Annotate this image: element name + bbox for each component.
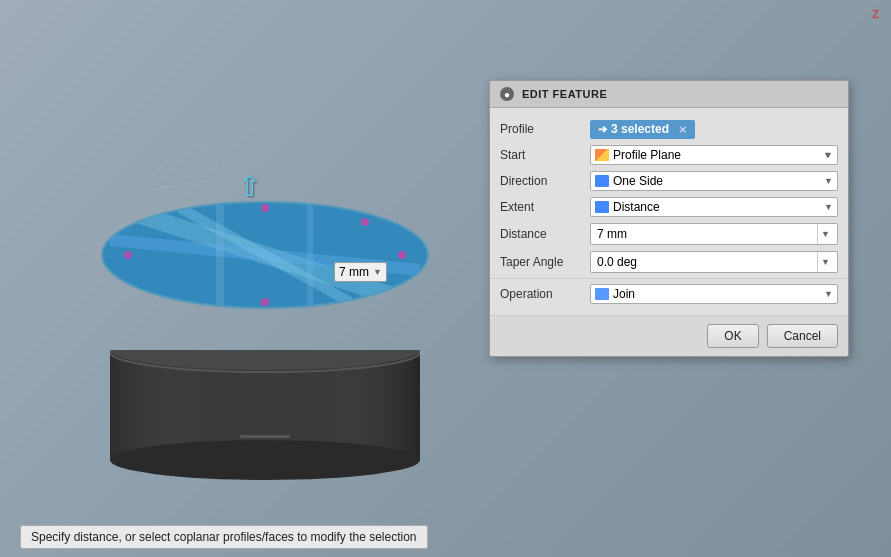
status-bar: Specify distance, or select coplanar pro… bbox=[20, 525, 428, 549]
profile-row: Profile ➔ 3 selected × bbox=[490, 116, 848, 142]
sketch-overlay bbox=[140, 120, 240, 203]
axis-indicator: Z bbox=[872, 8, 879, 20]
ok-button[interactable]: OK bbox=[707, 324, 758, 348]
start-select[interactable]: Profile Plane ▼ bbox=[590, 145, 838, 165]
direction-icon bbox=[595, 175, 609, 187]
badge-close-button[interactable]: × bbox=[679, 122, 687, 137]
operation-control: Join ▼ bbox=[590, 284, 838, 304]
operation-label: Operation bbox=[500, 287, 590, 301]
direction-select[interactable]: One Side ▼ bbox=[590, 171, 838, 191]
direction-dropdown-arrow: ▼ bbox=[824, 176, 833, 186]
distance-input-wrapper: ▼ bbox=[590, 223, 838, 245]
dimension-popup[interactable]: 7 mm ▼ bbox=[334, 262, 387, 282]
taper-angle-label: Taper Angle bbox=[500, 255, 590, 269]
extent-dropdown-arrow: ▼ bbox=[824, 202, 833, 212]
start-select-wrapper: Profile Plane ▼ bbox=[590, 145, 838, 165]
direction-arrow: ⇧ bbox=[238, 170, 261, 203]
status-text: Specify distance, or select coplanar pro… bbox=[31, 530, 417, 544]
taper-angle-input-field[interactable] bbox=[591, 252, 817, 272]
3d-object: ⇧ bbox=[80, 140, 460, 480]
distance-row: Distance ▼ bbox=[490, 220, 848, 248]
panel-footer: OK Cancel bbox=[490, 315, 848, 356]
extent-label: Extent bbox=[500, 200, 590, 214]
svg-point-15 bbox=[110, 440, 420, 480]
panel-header: ● EDIT FEATURE bbox=[490, 81, 848, 108]
extent-select[interactable]: Distance ▼ bbox=[590, 197, 838, 217]
direction-label: Direction bbox=[500, 174, 590, 188]
direction-control: One Side ▼ bbox=[590, 171, 838, 191]
plane-icon bbox=[595, 149, 609, 161]
svg-point-10 bbox=[261, 204, 269, 212]
direction-value: One Side bbox=[613, 174, 663, 188]
dimension-dropdown-arrow[interactable]: ▼ bbox=[373, 267, 382, 277]
cylinder-top-face bbox=[100, 200, 430, 310]
selected-count: 3 selected bbox=[611, 122, 669, 136]
distance-label: Distance bbox=[500, 227, 590, 241]
operation-value: Join bbox=[613, 287, 635, 301]
panel-header-icon: ● bbox=[500, 87, 514, 101]
operation-select[interactable]: Join ▼ bbox=[590, 284, 838, 304]
operation-row: Operation Join ▼ bbox=[490, 281, 848, 307]
extent-icon bbox=[595, 201, 609, 213]
operation-icon bbox=[595, 288, 609, 300]
extent-row: Extent Distance ▼ bbox=[490, 194, 848, 220]
operation-dropdown-arrow: ▼ bbox=[824, 289, 833, 299]
taper-angle-dropdown-arrow[interactable]: ▼ bbox=[817, 252, 837, 272]
panel-title: EDIT FEATURE bbox=[522, 88, 607, 100]
panel-body: Profile ➔ 3 selected × Start Profile Pla… bbox=[490, 108, 848, 315]
direction-row: Direction One Side ▼ bbox=[490, 168, 848, 194]
svg-point-9 bbox=[398, 251, 406, 259]
svg-rect-18 bbox=[240, 435, 290, 438]
cursor-icon: ➔ bbox=[598, 123, 607, 136]
start-value: Profile Plane bbox=[613, 148, 681, 162]
distance-control: ▼ bbox=[590, 223, 838, 245]
divider bbox=[490, 278, 848, 279]
extent-control: Distance ▼ bbox=[590, 197, 838, 217]
distance-dropdown-arrow[interactable]: ▼ bbox=[817, 224, 837, 244]
profile-control: ➔ 3 selected × bbox=[590, 120, 838, 139]
svg-point-12 bbox=[361, 218, 369, 226]
distance-input-field[interactable] bbox=[591, 224, 817, 244]
taper-angle-control: ▼ bbox=[590, 251, 838, 273]
svg-point-8 bbox=[124, 251, 132, 259]
profile-label: Profile bbox=[500, 122, 590, 136]
start-dropdown-arrow: ▼ bbox=[824, 150, 833, 160]
taper-angle-row: Taper Angle ▼ bbox=[490, 248, 848, 276]
svg-point-11 bbox=[261, 298, 269, 306]
edit-feature-panel: ● EDIT FEATURE Profile ➔ 3 selected × St… bbox=[489, 80, 849, 357]
start-label: Start bbox=[500, 148, 590, 162]
dimension-value: 7 mm bbox=[339, 265, 369, 279]
profile-badge[interactable]: ➔ 3 selected × bbox=[590, 120, 695, 139]
start-control: Profile Plane ▼ bbox=[590, 145, 838, 165]
start-row: Start Profile Plane ▼ bbox=[490, 142, 848, 168]
cancel-button[interactable]: Cancel bbox=[767, 324, 838, 348]
z-axis-label: Z bbox=[872, 8, 879, 20]
extent-value: Distance bbox=[613, 200, 660, 214]
taper-angle-input-wrapper: ▼ bbox=[590, 251, 838, 273]
